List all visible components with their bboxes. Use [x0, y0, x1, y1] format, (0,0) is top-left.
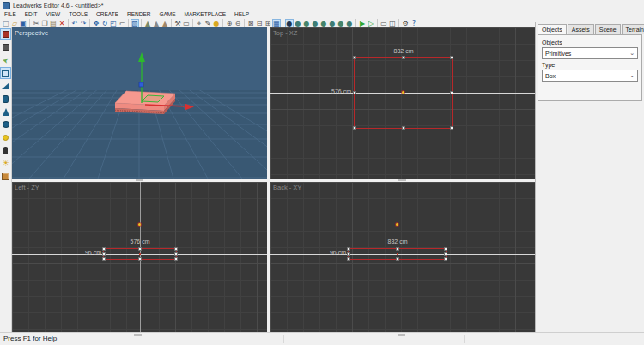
tab-objects[interactable]: Objects — [538, 24, 567, 34]
run-game-button[interactable]: ▶ — [358, 19, 367, 27]
copy-button[interactable]: ❐ — [40, 19, 49, 27]
primitive-box-tool[interactable] — [0, 67, 11, 79]
resize-handle-br[interactable] — [444, 257, 447, 261]
primitive-cylinder-tool[interactable] — [0, 93, 11, 105]
resize-handle-tm[interactable] — [138, 247, 142, 251]
primitive-wedge-tool[interactable] — [0, 80, 11, 92]
rotate-tool-button[interactable]: ↻ — [100, 19, 109, 27]
player-start-tool[interactable] — [0, 144, 11, 156]
resize-handle-bl[interactable] — [102, 257, 106, 261]
splitter-handle[interactable] — [134, 334, 142, 336]
publish-button[interactable]: ▭ — [380, 19, 388, 27]
render-mode-6-button[interactable]: ● — [328, 19, 337, 27]
pencil-button[interactable]: ✎ — [204, 19, 212, 27]
resize-handle-tl[interactable] — [347, 247, 350, 251]
render-mode-2-button[interactable]: ● — [294, 19, 302, 27]
render-mode-3-button[interactable]: ● — [302, 19, 311, 27]
resize-handle-bm[interactable] — [402, 126, 405, 130]
resize-handle-tr[interactable] — [174, 247, 178, 251]
menu-render[interactable]: RENDER — [123, 11, 155, 17]
tab-assets[interactable]: Assets — [568, 24, 594, 34]
resize-handle-tr[interactable] — [450, 56, 453, 59]
menu-marketplace[interactable]: MARKETPLACE — [180, 11, 230, 17]
brush-dark-box-tool[interactable] — [0, 41, 11, 53]
options-button[interactable]: ⚙ — [401, 19, 410, 27]
resize-handle-ml[interactable] — [102, 252, 106, 256]
splitter-handle[interactable] — [398, 334, 405, 336]
resize-handle-br[interactable] — [174, 257, 178, 261]
open-project-button[interactable]: ▱ — [10, 19, 19, 27]
menu-game[interactable]: GAME — [155, 11, 179, 17]
resize-handle-bl[interactable] — [347, 257, 350, 261]
debug-game-button[interactable]: ▷ — [367, 19, 375, 27]
menu-tools[interactable]: TOOLS — [64, 11, 92, 17]
splitter-handle[interactable] — [398, 179, 406, 181]
help-button[interactable]: ? — [410, 19, 418, 27]
box-object[interactable] — [115, 91, 175, 114]
render-mode-8-button[interactable]: ● — [345, 19, 354, 27]
render-mode-5-button[interactable]: ● — [319, 19, 328, 27]
resize-handle-bm[interactable] — [138, 257, 142, 261]
layout-single-button[interactable]: ⊠ — [246, 19, 255, 27]
scale-tool-button[interactable]: ◰ — [109, 19, 118, 27]
screen-button[interactable]: ▭ — [182, 19, 191, 27]
resize-handle-bl[interactable] — [353, 126, 356, 130]
resize-handle-tr[interactable] — [444, 247, 447, 251]
menu-file[interactable]: FILE — [0, 11, 21, 17]
gizmo-knob[interactable] — [139, 82, 143, 87]
menu-edit[interactable]: EDIT — [21, 11, 42, 17]
model-crate-tool[interactable] — [0, 170, 11, 182]
primitive-sphere-tool[interactable] — [0, 118, 11, 130]
layout-split-h-button[interactable]: ⊟ — [255, 19, 264, 27]
save-button[interactable]: ▣ — [19, 19, 27, 27]
layout-quad-button[interactable]: ▦ — [272, 19, 281, 27]
primitive-cone-tool[interactable] — [0, 106, 11, 118]
lock-button[interactable]: ● — [212, 19, 221, 27]
redo-button[interactable]: ↷ — [79, 19, 88, 27]
resize-handle-tm[interactable] — [402, 56, 405, 59]
delete-button[interactable]: ✕ — [58, 19, 66, 27]
viewport-top-xz[interactable]: Top - XZ 832 cm 576 cm — [270, 27, 535, 179]
objects-category-dropdown[interactable]: Primitives ⌄ — [542, 47, 638, 59]
new-file-button[interactable]: ▢ — [2, 19, 10, 27]
move-tool-button[interactable]: ✥ — [92, 19, 100, 27]
resize-handle-ml[interactable] — [347, 252, 350, 256]
cut-button[interactable]: ✂ — [32, 19, 40, 27]
type-dropdown[interactable]: Box ⌄ — [542, 70, 638, 82]
resize-handle-mr[interactable] — [444, 252, 447, 256]
resize-handle-ml[interactable] — [353, 91, 356, 94]
menu-create[interactable]: CREATE — [92, 11, 123, 17]
zoom-in-button[interactable]: ⊕ — [225, 19, 234, 27]
csg-arrow-tool[interactable]: ➤ — [0, 54, 11, 66]
render-mode-1-button[interactable]: ● — [285, 19, 294, 27]
render-mode-4-button[interactable]: ● — [311, 19, 319, 27]
tab-scene[interactable]: Scene — [595, 24, 621, 34]
resize-handle-br[interactable] — [450, 126, 453, 130]
viewport-left-zy[interactable]: Left - ZY 576 cm 96 cm — [12, 182, 267, 332]
transform-space-button[interactable]: ⌐ — [118, 19, 126, 27]
resize-handle-tl[interactable] — [353, 56, 356, 59]
menu-help[interactable]: HELP — [230, 11, 253, 17]
environment-sun-tool[interactable]: ☀ — [0, 157, 11, 169]
pause-button[interactable]: ◫ — [388, 19, 397, 27]
paste-button[interactable]: ▤ — [49, 19, 58, 27]
stamp-button[interactable]: ⌖ — [195, 19, 204, 27]
tab-terrain[interactable]: Terrain — [622, 24, 644, 34]
menu-view[interactable]: VIEW — [42, 11, 65, 17]
select-tool-button[interactable]: ▧ — [131, 19, 139, 27]
render-mode-7-button[interactable]: ● — [337, 19, 345, 27]
splitter-handle[interactable] — [136, 179, 143, 181]
terrain-paint-button[interactable]: ▲ — [161, 19, 169, 27]
terrain-raise-button[interactable]: ▲ — [143, 19, 152, 27]
resize-handle-tm[interactable] — [396, 247, 399, 251]
viewport-perspective[interactable]: Perspective — [12, 27, 267, 179]
light-tool[interactable] — [0, 131, 11, 143]
resize-handle-mr[interactable] — [450, 91, 453, 94]
csg-tool-button[interactable]: ⚒ — [173, 19, 182, 27]
terrain-lower-button[interactable]: ▲ — [152, 19, 161, 27]
undo-button[interactable]: ↶ — [70, 19, 79, 27]
viewport-back-xy[interactable]: Back - XY 832 cm 96 cm — [270, 182, 535, 332]
brush-red-box-tool[interactable] — [0, 28, 11, 40]
resize-handle-mr[interactable] — [174, 252, 178, 256]
resize-handle-tl[interactable] — [102, 247, 106, 251]
